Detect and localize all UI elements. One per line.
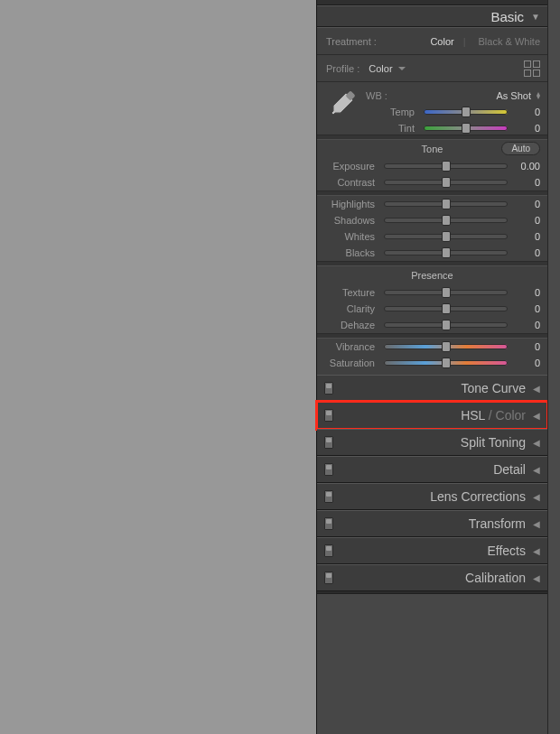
panel-body-basic: Treatment : Color | Black & White Profil…	[317, 27, 547, 375]
panel-title: Tone Curve	[461, 381, 526, 395]
contrast-value[interactable]: 0	[513, 177, 540, 188]
panel-effects[interactable]: Effects ◀	[317, 537, 547, 564]
panel-title: HSL / Color	[461, 408, 526, 423]
highlights-value[interactable]: 0	[513, 199, 540, 209]
whites-value[interactable]: 0	[513, 231, 540, 242]
clarity-value[interactable]: 0	[513, 303, 540, 314]
texture-label: Texture	[326, 287, 378, 298]
tint-label: Tint	[366, 123, 418, 134]
contrast-slider[interactable]	[384, 180, 508, 185]
disclosure-triangle-icon[interactable]: ◀	[533, 465, 540, 475]
dehaze-slider[interactable]	[384, 322, 508, 328]
panel-split-toning[interactable]: Split Toning ◀	[317, 429, 547, 456]
dehaze-label: Dehaze	[326, 320, 378, 330]
profile-row: Profile : Color	[317, 55, 547, 82]
panel-title-basic: Basic	[490, 9, 524, 24]
white-balance-eyedropper-icon[interactable]	[326, 88, 359, 120]
slider-thumb[interactable]	[442, 161, 451, 172]
highlights-slider[interactable]	[384, 201, 508, 207]
profile-value: Color	[369, 63, 392, 74]
panel-switch-icon[interactable]	[324, 409, 333, 422]
slider-thumb[interactable]	[442, 199, 451, 209]
slider-thumb[interactable]	[442, 231, 451, 242]
panel-lens-corrections[interactable]: Lens Corrections ◀	[317, 483, 547, 510]
panel-switch-icon[interactable]	[324, 463, 333, 476]
hsl-color-text: Color	[496, 408, 526, 423]
vibrance-label: Vibrance	[326, 341, 378, 352]
tint-value[interactable]: 0	[513, 123, 540, 134]
temp-value[interactable]: 0	[513, 107, 540, 117]
texture-slider[interactable]	[384, 290, 508, 295]
panel-header-basic[interactable]: Basic ▼	[317, 5, 547, 27]
auto-tone-button[interactable]: Auto	[501, 142, 540, 155]
treatment-option-color[interactable]: Color	[430, 36, 453, 47]
caret-down-icon	[398, 67, 406, 70]
panel-switch-icon[interactable]	[324, 544, 333, 557]
panel-switch-icon[interactable]	[324, 490, 333, 503]
exposure-value[interactable]: 0.00	[513, 161, 540, 172]
slider-thumb[interactable]	[442, 303, 451, 314]
disclosure-triangle-icon[interactable]: ◀	[533, 492, 540, 502]
panel-hsl-color[interactable]: HSL / Color ◀	[317, 402, 547, 429]
disclosure-triangle-icon[interactable]: ▼	[531, 12, 540, 22]
tone-section-header: Tone Auto	[317, 140, 547, 158]
saturation-label: Saturation	[326, 358, 378, 368]
tint-slider[interactable]	[424, 125, 508, 131]
slider-thumb[interactable]	[462, 123, 471, 134]
slider-thumb[interactable]	[442, 287, 451, 298]
panel-switch-icon[interactable]	[324, 382, 333, 395]
treatment-option-bw[interactable]: Black & White	[479, 36, 540, 47]
disclosure-triangle-icon[interactable]: ◀	[533, 573, 540, 583]
profile-dropdown[interactable]: Color	[369, 63, 405, 74]
disclosure-triangle-icon[interactable]: ◀	[533, 384, 540, 394]
profile-browser-icon[interactable]	[524, 60, 540, 77]
panel-title: Lens Corrections	[430, 489, 526, 504]
saturation-slider[interactable]	[384, 360, 508, 366]
slider-thumb[interactable]	[442, 177, 451, 188]
wb-dropdown[interactable]: As Shot ▴▾	[496, 90, 540, 101]
slider-thumb[interactable]	[442, 358, 451, 368]
contrast-label: Contrast	[326, 177, 378, 188]
panel-switch-icon[interactable]	[324, 517, 333, 530]
slider-thumb[interactable]	[442, 215, 451, 226]
hsl-sep: /	[485, 408, 496, 423]
panel-detail[interactable]: Detail ◀	[317, 456, 547, 483]
panel-title: Calibration	[465, 571, 526, 585]
clarity-label: Clarity	[326, 303, 378, 314]
slider-thumb[interactable]	[442, 247, 451, 258]
panel-title: Split Toning	[461, 435, 526, 450]
blacks-label: Blacks	[326, 247, 378, 258]
canvas-empty-area	[0, 0, 316, 734]
disclosure-triangle-icon[interactable]: ◀	[533, 546, 540, 556]
disclosure-triangle-icon[interactable]: ◀	[533, 411, 540, 421]
slider-thumb[interactable]	[442, 341, 451, 352]
exposure-slider[interactable]	[384, 163, 508, 169]
panel-transform[interactable]: Transform ◀	[317, 510, 547, 537]
blacks-slider[interactable]	[384, 250, 508, 256]
clarity-slider[interactable]	[384, 306, 508, 311]
disclosure-triangle-icon[interactable]: ◀	[533, 519, 540, 529]
white-balance-block: WB : As Shot ▴▾ Temp 0 Tint 0	[317, 82, 547, 135]
saturation-value[interactable]: 0	[513, 358, 540, 368]
shadows-value[interactable]: 0	[513, 215, 540, 226]
temp-slider[interactable]	[424, 109, 508, 115]
scrollbar-track[interactable]	[547, 0, 560, 734]
hsl-text: HSL	[461, 408, 485, 423]
slider-thumb[interactable]	[442, 320, 451, 330]
vibrance-value[interactable]: 0	[513, 341, 540, 352]
panel-title: Transform	[469, 516, 526, 531]
texture-value[interactable]: 0	[513, 287, 540, 298]
panel-switch-icon[interactable]	[324, 436, 333, 449]
shadows-slider[interactable]	[384, 218, 508, 223]
profile-label: Profile :	[326, 63, 359, 74]
slider-thumb[interactable]	[462, 107, 471, 117]
panel-tone-curve[interactable]: Tone Curve ◀	[317, 375, 547, 402]
blacks-value[interactable]: 0	[513, 247, 540, 258]
dehaze-value[interactable]: 0	[513, 320, 540, 330]
whites-slider[interactable]	[384, 234, 508, 239]
panel-switch-icon[interactable]	[324, 571, 333, 584]
panel-title: Detail	[493, 462, 526, 477]
vibrance-slider[interactable]	[384, 344, 508, 349]
disclosure-triangle-icon[interactable]: ◀	[533, 438, 540, 448]
panel-calibration[interactable]: Calibration ◀	[317, 564, 547, 591]
